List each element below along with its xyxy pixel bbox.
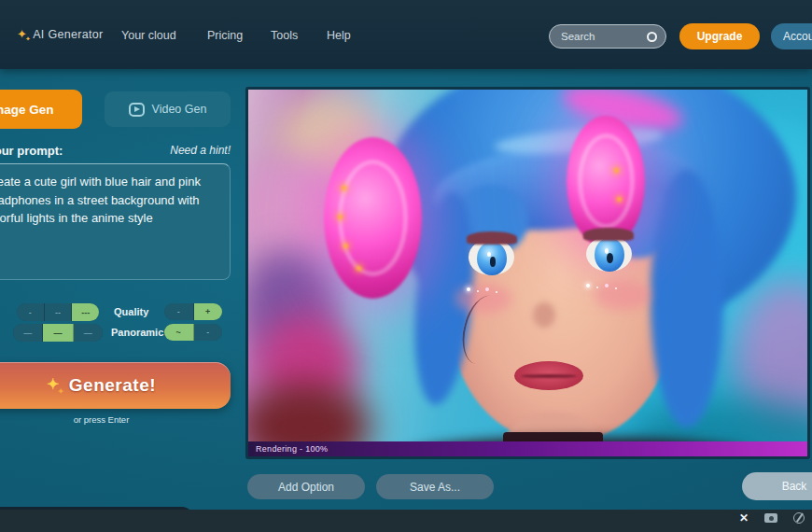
save-as-button[interactable]: Save As... <box>376 474 494 499</box>
size-option-2[interactable]: -- <box>45 303 73 321</box>
size-option-3[interactable]: --- <box>72 303 99 321</box>
app-logo[interactable]: ✦ AI Generator <box>17 27 103 41</box>
headphone-ring <box>578 133 634 229</box>
panoramic-label: Panoramic <box>111 327 163 338</box>
panoramic-on[interactable]: ~ <box>164 324 194 341</box>
render-progress-text: Rendering - 100% <box>248 444 328 454</box>
headphone-left-cup <box>324 137 422 299</box>
ratio-option-2[interactable]: — <box>43 324 73 342</box>
sparkle-freckles <box>467 287 470 291</box>
quality-decrease[interactable]: - <box>164 303 194 320</box>
quality-label: Quality <box>114 306 148 317</box>
search-icon[interactable] <box>647 32 657 42</box>
lip-line <box>521 374 577 378</box>
generate-button[interactable]: ✦ Generate! <box>0 362 231 409</box>
ratio-option-1[interactable]: — <box>13 324 43 342</box>
nav-item-help[interactable]: Help <box>327 29 351 42</box>
taskbar <box>0 510 812 532</box>
eye-glint <box>605 248 609 254</box>
slash-circle-icon[interactable] <box>793 512 805 524</box>
nav-item-your-cloud[interactable]: Your cloud <box>121 29 176 42</box>
search-box <box>549 24 666 49</box>
taskbar-icons: ✕ <box>739 512 805 524</box>
ratio-option-3[interactable]: — <box>74 324 103 342</box>
size-option-1[interactable]: - <box>17 303 45 321</box>
sparkle-icon: ✦ <box>17 27 27 41</box>
app-logo-label: AI Generator <box>33 28 103 41</box>
left-eye <box>467 231 517 278</box>
press-enter-hint: or press Enter <box>0 414 231 425</box>
prompt-input[interactable]: Create a cute girl with blue hair and pi… <box>0 163 231 280</box>
hair-side <box>651 170 723 427</box>
led-light <box>343 244 348 248</box>
video-icon <box>129 103 145 117</box>
prompt-label: Your prompt: <box>0 144 63 158</box>
panoramic-off[interactable]: - <box>194 324 223 341</box>
blush <box>595 280 651 309</box>
eye-iris <box>595 238 623 273</box>
generate-button-label: Generate! <box>69 375 156 396</box>
headphone-ring <box>338 160 408 275</box>
need-a-hint-link[interactable]: Need a hint! <box>170 144 231 157</box>
close-icon[interactable]: ✕ <box>739 512 749 524</box>
size-segmented-control: - -- --- <box>17 303 99 321</box>
eye-pupil <box>607 253 613 263</box>
camera-icon[interactable] <box>764 513 777 523</box>
tab-video-gen[interactable]: Video Gen <box>105 91 231 127</box>
nav-item-pricing[interactable]: Pricing <box>207 29 243 42</box>
sparkle-icon: ✦ <box>47 375 60 393</box>
quality-stepper: - + <box>164 303 222 320</box>
generated-image: Rendering - 100% <box>245 87 810 459</box>
eye-iris <box>477 242 506 276</box>
panoramic-toggle: ~ - <box>164 324 222 341</box>
render-progress-bar: Rendering - 100% <box>248 441 807 456</box>
search-input[interactable] <box>561 31 647 42</box>
tab-image-gen[interactable]: Image Gen <box>0 90 82 129</box>
top-navbar: ✦ AI Generator Your cloud Pricing Tools … <box>0 0 812 69</box>
right-eye <box>583 227 634 274</box>
nav-item-tools[interactable]: Tools <box>271 29 298 42</box>
ratio-segmented-control: — — — <box>13 324 103 342</box>
eye-lash <box>467 231 517 244</box>
led-light <box>614 168 619 173</box>
back-button[interactable]: Back <box>742 472 812 500</box>
led-light <box>342 186 346 190</box>
account-button[interactable]: Account <box>771 23 812 49</box>
led-light <box>338 215 343 219</box>
eye-pupil <box>490 257 497 267</box>
add-option-button[interactable]: Add Option <box>247 474 365 499</box>
quality-increase[interactable]: + <box>194 303 223 320</box>
upgrade-button[interactable]: Upgrade <box>679 23 760 49</box>
eye-lash <box>583 228 634 240</box>
tab-video-gen-label: Video Gen <box>152 103 207 116</box>
